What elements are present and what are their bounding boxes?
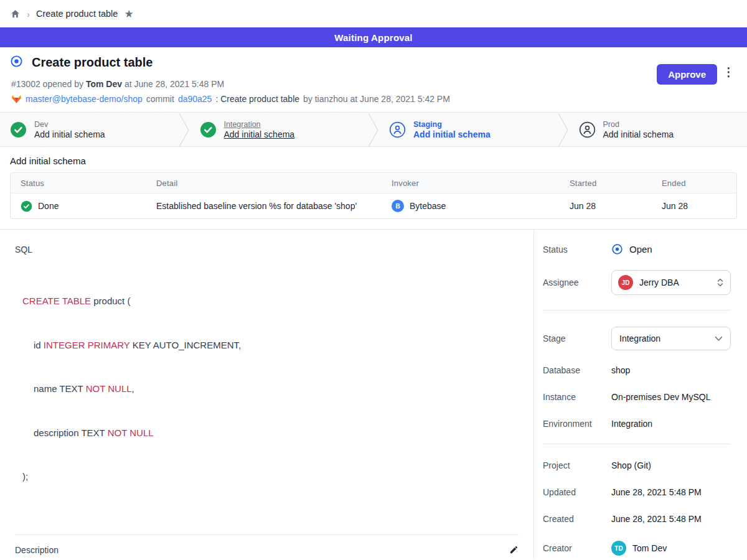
assignee-select[interactable]: JD Jerry DBA: [611, 270, 731, 295]
vcs-commit-hash-link[interactable]: da90a25: [178, 94, 212, 104]
task-table-header: Status Detail Invoker Started Ended: [11, 173, 736, 194]
issue-open-icon: [10, 55, 23, 70]
task-status-cell: Done: [11, 200, 146, 212]
assignee-label: Assignee: [543, 278, 611, 287]
person-circle-icon: [389, 121, 406, 138]
updated-value: June 28, 2021 5:48 PM: [611, 487, 702, 497]
task-section-heading: Add initial schema: [10, 156, 737, 166]
task-table-row[interactable]: Done Established baseline version %s for…: [11, 194, 736, 218]
check-circle-icon: [200, 121, 217, 138]
check-circle-icon: [10, 121, 27, 138]
stage-label: Stage: [543, 334, 611, 343]
instance-label: Instance: [543, 392, 611, 402]
check-circle-icon: [21, 200, 32, 212]
issue-header: Create product table #13002 opened by To…: [0, 47, 747, 112]
project-value: Shop (Git): [611, 460, 651, 470]
gitlab-icon: [11, 94, 22, 104]
database-label: Database: [543, 365, 611, 375]
status-value: Open: [629, 244, 652, 254]
vcs-branch-link[interactable]: master@bytebase-demo/shop: [26, 94, 143, 104]
task-invoker-cell: B Bytebase: [382, 200, 560, 212]
vcs-commit-message: : Create product table: [215, 94, 299, 104]
stage-select[interactable]: Integration: [611, 327, 731, 350]
updated-label: Updated: [543, 487, 611, 497]
chevron-down-icon: [715, 336, 723, 342]
person-circle-icon: [579, 121, 596, 138]
stage-separator: [179, 113, 190, 147]
pipeline-stages: DevAdd initial schema IntegrationAdd ini…: [0, 112, 747, 147]
task-detail-cell: Established baseline version %s for data…: [146, 201, 382, 211]
assignee-avatar: JD: [618, 275, 633, 290]
chevron-right-icon: ›: [27, 9, 30, 19]
status-open-icon: [611, 243, 623, 255]
creator-label: Creator: [543, 543, 611, 553]
bytebase-avatar: B: [392, 200, 404, 212]
stage-staging[interactable]: StagingAdd initial schema: [379, 113, 558, 146]
breadcrumb: › Create product table ★: [0, 0, 747, 27]
created-label: Created: [543, 514, 611, 524]
task-ended-cell: Jun 28: [652, 201, 736, 211]
issue-author: Tom Dev: [86, 79, 122, 89]
approve-button[interactable]: Approve: [657, 64, 717, 85]
stage-dev[interactable]: DevAdd initial schema: [0, 113, 179, 146]
status-banner: Waiting Approval: [0, 27, 747, 47]
stage-value: Integration: [619, 334, 708, 343]
issue-title: Create product table: [32, 55, 153, 70]
divider: [543, 444, 731, 444]
task-started-cell: Jun 28: [560, 201, 652, 211]
issue-body: SQL CREATE TABLE product ( id INTEGER PR…: [0, 230, 534, 559]
stage-separator: [368, 113, 379, 147]
breadcrumb-title[interactable]: Create product table: [36, 9, 118, 19]
more-options-icon[interactable]: ⋮: [723, 66, 735, 79]
database-value: shop: [611, 365, 630, 375]
sql-code-block: CREATE TABLE product ( id INTEGER PRIMAR…: [22, 264, 519, 513]
project-label: Project: [543, 460, 611, 470]
divider: [15, 534, 519, 535]
status-banner-text: Waiting Approval: [334, 32, 412, 43]
creator-avatar: TD: [611, 541, 626, 556]
environment-value: Integration: [611, 419, 652, 429]
stage-prod[interactable]: ProdAdd initial schema: [569, 113, 747, 146]
vcs-commit-byline: by tianzhou at June 28, 2021 5:42 PM: [303, 94, 450, 104]
created-value: June 28, 2021 5:48 PM: [611, 514, 702, 524]
sql-label: SQL: [15, 245, 519, 254]
chevron-updown-icon: [716, 278, 724, 287]
vcs-commit-line: master@bytebase-demo/shop commit da90a25…: [11, 94, 732, 104]
favorite-star-icon[interactable]: ★: [124, 9, 133, 19]
description-label: Description: [15, 545, 59, 555]
home-icon[interactable]: [10, 9, 21, 19]
status-label: Status: [543, 245, 611, 254]
creator-value: Tom Dev: [632, 543, 667, 553]
task-table: Status Detail Invoker Started Ended Done…: [10, 172, 737, 219]
instance-value: On-premises Dev MySQL: [611, 392, 710, 402]
task-section: Add initial schema Status Detail Invoker…: [0, 147, 747, 229]
issue-meta: #13002 opened by Tom Dev at June 28, 202…: [11, 79, 732, 89]
assignee-value: Jerry DBA: [639, 278, 710, 287]
stage-integration[interactable]: IntegrationAdd initial schema: [190, 113, 369, 146]
environment-label: Environment: [543, 419, 611, 429]
stage-separator: [558, 113, 569, 147]
issue-sidebar: Status Open Assignee JD Jerry DBA Stage: [534, 230, 747, 559]
edit-pencil-icon[interactable]: [509, 545, 519, 554]
divider: [543, 310, 731, 310]
